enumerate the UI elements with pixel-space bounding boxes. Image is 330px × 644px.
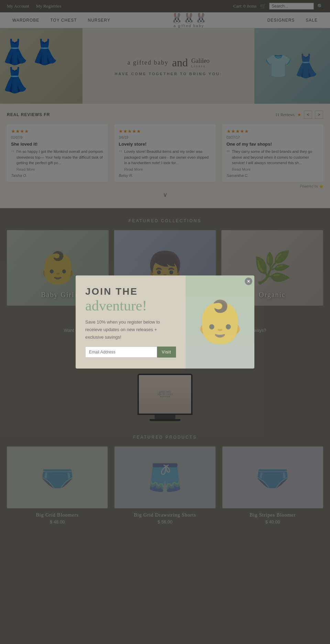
modal-close-button[interactable]: × <box>245 278 252 285</box>
modal-adventure-text: adventure! <box>85 297 176 314</box>
modal-right: 👶 <box>186 275 254 369</box>
modal-popup: × JOIN THE adventure! Save 10% when you … <box>76 275 254 369</box>
modal-baby-icon: 👶 <box>194 298 246 346</box>
modal-overlay: × JOIN THE adventure! Save 10% when you … <box>0 0 330 531</box>
modal-email-input[interactable] <box>85 347 157 358</box>
modal-email-row: Visit <box>85 347 176 358</box>
modal-save-text: Save 10% when you register below to rece… <box>85 318 176 341</box>
modal-join-text: JOIN THE <box>85 286 176 297</box>
modal-submit-button[interactable]: Visit <box>157 347 176 358</box>
modal-left: JOIN THE adventure! Save 10% when you re… <box>76 275 186 369</box>
